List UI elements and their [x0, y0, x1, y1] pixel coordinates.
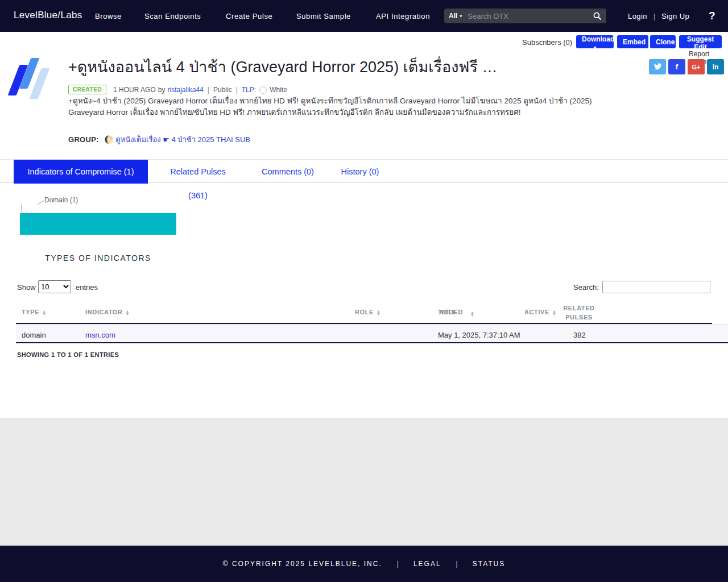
otx-pulse-page: LevelBlue/Labs Browse Scan Endpoints Cre…: [0, 0, 728, 582]
sort-icon[interactable]: ▲▼: [126, 310, 130, 315]
download-label: Download: [582, 35, 614, 43]
facebook-share-button[interactable]: f: [668, 59, 685, 74]
group-label: GROUP:: [68, 135, 99, 144]
meta-divider-2: |: [236, 86, 238, 94]
table-header-border: [16, 323, 712, 324]
cell-type: domain: [22, 331, 46, 339]
subscribers-count: Subscribers (0): [522, 38, 572, 47]
nav-scan-endpoints[interactable]: Scan Endpoints: [144, 12, 201, 20]
tlp-value: White: [270, 86, 287, 94]
tab-history[interactable]: History (0): [340, 160, 380, 184]
footer-divider-2: |: [456, 560, 458, 568]
table-row[interactable]: [16, 325, 728, 343]
legal-link[interactable]: LEGAL: [413, 560, 441, 568]
nav-create-pulse[interactable]: Create Pulse: [226, 12, 272, 20]
overlapping-header-labels: TITLE ADDED: [438, 309, 468, 315]
caret-down-icon: ▾: [594, 45, 597, 51]
login-link[interactable]: Login: [628, 12, 647, 20]
search-input[interactable]: [468, 12, 593, 20]
linkedin-icon: in: [713, 63, 719, 71]
tlp-white-icon: [259, 86, 267, 94]
search-icon[interactable]: [593, 11, 602, 20]
entries-label: entries: [76, 283, 98, 292]
group-link[interactable]: 🌔 ดูหนังเต็มเรื่อง ☛ 4 ป่าช้า 2025 THAI …: [104, 135, 250, 144]
column-header-added[interactable]: TITLE ADDED ▲▼: [438, 309, 475, 317]
nav-api-integration[interactable]: API Integration: [376, 12, 430, 20]
sort-icon[interactable]: ▲▼: [552, 310, 557, 315]
page-footer: © COPYRIGHT 2025 LEVELBLUE, INC. | LEGAL…: [0, 546, 728, 582]
table-summary: SHOWING 1 TO 1 OF 1 ENTRIES: [17, 351, 119, 358]
column-role-label: ROLE: [355, 309, 374, 315]
auth-divider: |: [653, 12, 655, 20]
googleplus-share-button[interactable]: G+: [688, 59, 705, 74]
meta-divider: |: [208, 86, 209, 94]
chart-leader-line: [20, 197, 46, 213]
chart-domain-bar[interactable]: [20, 213, 176, 235]
tlp-label[interactable]: TLP:: [242, 86, 256, 94]
pulse-description: +ดูหนัง~4 ป่าช้า (2025) Graveyard Horror…: [68, 95, 624, 118]
sort-icon[interactable]: ▲▼: [377, 310, 381, 315]
suggest-edit-button[interactable]: Suggest Edit: [679, 35, 722, 48]
related-label-line1: RELATED: [563, 304, 595, 313]
chart-title: TYPES OF INDICATORS: [20, 253, 176, 263]
nav-browse[interactable]: Browse: [95, 12, 122, 20]
related-label-line2: PULSES: [563, 313, 595, 322]
table-search-label: Search:: [573, 283, 599, 292]
footer-divider: |: [397, 560, 399, 568]
pulse-avatar: [11, 56, 47, 101]
column-indicator-label: INDICATOR: [85, 309, 123, 315]
cell-related-pulses: 382: [573, 331, 586, 339]
pulse-age: 1 HOUR AGO: [113, 86, 156, 94]
googleplus-icon: G+: [692, 64, 701, 70]
facebook-icon: f: [676, 63, 678, 71]
author-link[interactable]: ristajalika44: [167, 86, 203, 94]
top-navbar: LevelBlue/Labs Browse Scan Endpoints Cre…: [0, 0, 728, 32]
help-icon[interactable]: ?: [709, 10, 715, 22]
cell-indicator: msn.com: [85, 331, 115, 339]
tab-related-pulses[interactable]: Related Pulses (361): [160, 160, 235, 184]
twitter-share-button[interactable]: [649, 59, 666, 74]
show-label: Show: [17, 283, 36, 292]
column-active-label: ACTIVE: [524, 309, 549, 315]
sort-icon[interactable]: ▲▼: [470, 311, 475, 317]
chart-bar-label: Domain (1): [44, 196, 78, 204]
status-link[interactable]: STATUS: [473, 560, 506, 568]
chevron-down-icon: ▾: [460, 14, 462, 19]
search-bar: All ▾: [444, 9, 606, 23]
brand-logo[interactable]: LevelBlue/Labs: [14, 10, 82, 21]
cell-added: May 1, 2025, 7:37:10 AM: [438, 331, 520, 339]
column-header-indicator[interactable]: INDICATOR▲▼: [85, 309, 130, 315]
table-search-input[interactable]: [602, 281, 710, 293]
linkedin-share-button[interactable]: in: [707, 59, 724, 74]
page-title: +ดูหนังออนไลน์ 4 ป่าช้า (Graveyard Horro…: [68, 57, 643, 77]
visibility-label: Public: [213, 86, 232, 94]
embed-button[interactable]: Embed: [617, 35, 648, 48]
tabs-bar: Indicators of Compromise (1) Related Pul…: [0, 159, 728, 183]
twitter-icon: [653, 63, 662, 70]
column-added-label: ADDED: [439, 309, 463, 315]
signup-link[interactable]: Sign Up: [661, 12, 689, 20]
column-type-label: TYPE: [22, 309, 39, 315]
by-label: by: [158, 86, 166, 94]
group-row: GROUP: 🌔 ดูหนังเต็มเรื่อง ☛ 4 ป่าช้า 202…: [68, 134, 250, 146]
clone-button[interactable]: Clone: [650, 35, 676, 48]
social-share-buttons: f G+ in: [649, 59, 724, 74]
copyright-text: © COPYRIGHT 2025 LEVELBLUE, INC.: [223, 560, 382, 568]
column-header-role[interactable]: ROLE▲▼: [355, 309, 381, 315]
download-button[interactable]: Download ▾: [576, 35, 614, 48]
pulse-meta: CREATED 1 HOUR AGO by ristajalika44 | Pu…: [68, 85, 287, 94]
tab-indicators-of-compromise[interactable]: Indicators of Compromise (1): [14, 160, 148, 184]
column-header-related-pulses: RELATED PULSES: [563, 304, 595, 322]
page-size-select[interactable]: 10: [38, 280, 71, 293]
column-header-active[interactable]: ACTIVE▲▼: [524, 309, 556, 315]
tab-comments[interactable]: Comments (0): [260, 160, 315, 184]
nav-submit-sample[interactable]: Submit Sample: [296, 12, 351, 20]
indicator-link[interactable]: msn.com: [85, 331, 115, 339]
column-header-type[interactable]: TYPE▲▼: [22, 309, 47, 315]
sort-icon[interactable]: ▲▼: [42, 310, 47, 315]
search-filter-dropdown[interactable]: All: [449, 12, 457, 20]
created-badge: CREATED: [68, 85, 106, 94]
